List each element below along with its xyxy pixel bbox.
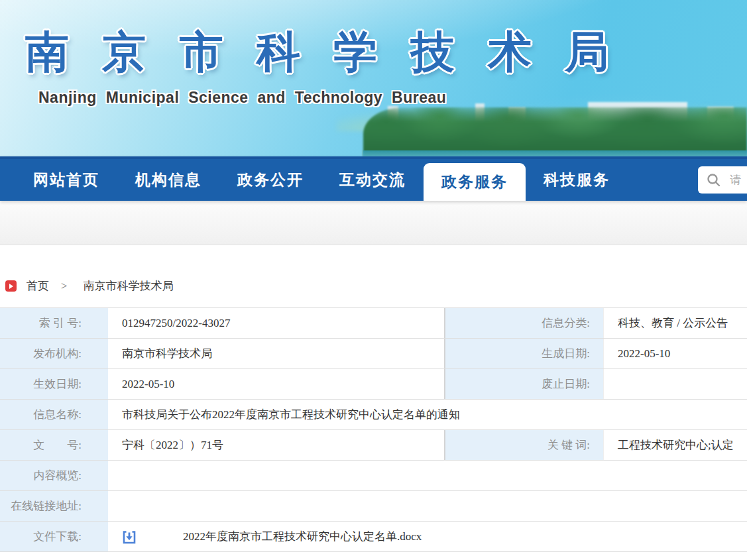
nav-sub-band [0,201,747,245]
site-title-chinese: 南 京 市 科 学 技 术 局 [25,23,619,82]
label-file-download: 文件下载: [0,522,108,551]
nav-item-home[interactable]: 网站首页 [15,159,117,201]
site-banner: 南 京 市 科 学 技 术 局 Nanjing Municipal Scienc… [0,0,747,156]
search-icon [707,173,720,187]
nav-item-gov-disclosure[interactable]: 政务公开 [219,159,321,201]
label-keywords: 关 键 词: [445,430,604,460]
table-row-document-number: 文 号: 宁科〔2022〕）71号 关 键 词: 工程技术研究中心;认定 [0,430,747,461]
value-keywords: 工程技术研究中心;认定 [604,430,747,460]
table-row-effective-date: 生效日期: 2022-05-10 废止日期: [0,369,747,400]
nav-item-organization[interactable]: 机构信息 [117,159,219,201]
table-row-info-title: 信息名称: 市科技局关于公布2022年度南京市工程技术研究中心认定名单的通知 [0,400,747,430]
label-effective-date: 生效日期: [0,369,108,399]
download-icon[interactable] [122,530,137,545]
table-row-index-number: 索 引 号: 012947250/2022-43027 信息分类: 科技、教育 … [0,308,747,339]
value-file-download: 2022年度南京市工程技术研究中心认定名单.docx [108,522,747,551]
value-online-link [108,491,747,521]
label-issuing-agency: 发布机构: [0,339,108,368]
breadcrumb-current[interactable]: 南京市科学技术局 [84,278,174,294]
table-row-issuing-agency: 发布机构: 南京市科学技术局 生成日期: 2022-05-10 [0,339,747,369]
search-box[interactable] [698,166,747,194]
nav-item-interaction[interactable]: 互动交流 [321,159,424,201]
value-issuing-agency: 南京市科学技术局 [108,339,445,368]
label-info-category: 信息分类: [445,308,604,338]
value-repeal-date [604,369,747,399]
banner-water-art [363,150,747,156]
nav-item-gov-services-active[interactable]: 政务服务 [424,163,526,201]
value-content-overview [108,461,747,490]
document-info-table: 索 引 号: 012947250/2022-43027 信息分类: 科技、教育 … [0,308,747,552]
label-repeal-date: 废止日期: [445,369,604,399]
value-creation-date: 2022-05-10 [604,339,747,368]
nav-item-tech-services[interactable]: 科技服务 [526,159,628,201]
label-online-link: 在线链接地址: [0,491,108,521]
label-document-number: 文 号: [0,430,108,460]
breadcrumb-separator: > [61,280,68,293]
site-title-english: Nanjing Municipal Science and Technology… [38,89,446,107]
label-index-number: 索 引 号: [0,308,108,338]
value-index-number: 012947250/2022-43027 [108,308,445,338]
value-document-number: 宁科〔2022〕）71号 [108,430,445,460]
breadcrumb: 首页 > 南京市科学技术局 [5,278,747,294]
main-navigation: 网站首页 机构信息 政务公开 互动交流 政务服务 科技服务 [0,156,747,201]
value-info-category: 科技、教育 / 公示公告 [604,308,747,338]
label-info-title: 信息名称: [0,400,108,429]
table-row-online-link: 在线链接地址: [0,491,747,522]
download-file-link[interactable]: 2022年度南京市工程技术研究中心认定名单.docx [183,522,422,551]
breadcrumb-home-link[interactable]: 首页 [27,278,49,294]
breadcrumb-play-icon [5,280,17,292]
table-row-content-overview: 内容概览: [0,461,747,491]
search-input[interactable] [728,173,747,188]
label-content-overview: 内容概览: [0,461,108,490]
value-effective-date: 2022-05-10 [108,369,445,399]
table-row-file-download: 文件下载: 2022年度南京市工程技术研究中心认定名单.docx [0,522,747,552]
label-creation-date: 生成日期: [445,339,604,368]
value-info-title: 市科技局关于公布2022年度南京市工程技术研究中心认定名单的通知 [108,400,747,429]
banner-treeline-art [363,107,747,156]
